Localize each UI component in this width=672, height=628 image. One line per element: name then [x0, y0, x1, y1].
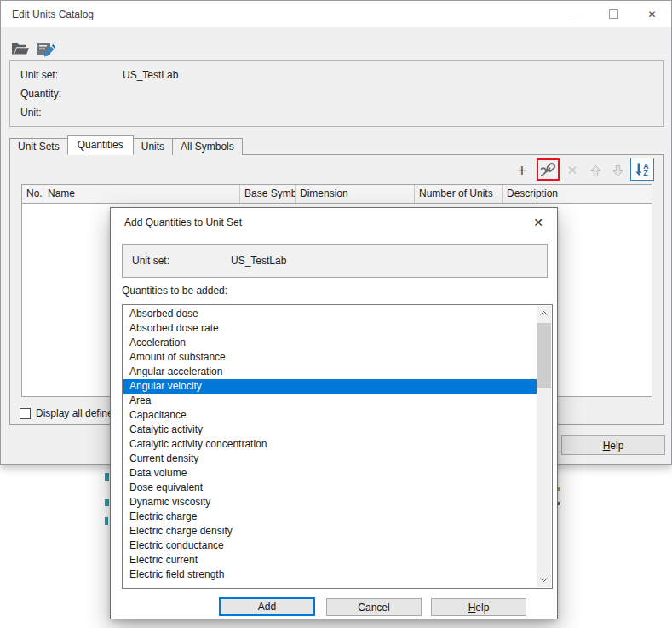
window-titlebar[interactable]: Edit Units Catalog ✕ — [1, 1, 671, 27]
tab[interactable]: All Symbols — [172, 138, 243, 155]
display-all-defined-row: Display all define — [20, 407, 113, 419]
list-item[interactable]: Catalytic activity concentration — [123, 437, 537, 452]
quantity-label: Quantity: — [20, 88, 61, 101]
plus-icon: + — [517, 162, 527, 179]
list-item[interactable]: Electric field strength — [123, 568, 537, 582]
cancel-button[interactable]: Cancel — [326, 598, 422, 616]
tab[interactable]: Quantities — [67, 135, 134, 155]
move-down-button[interactable] — [609, 161, 626, 180]
table-column-header[interactable]: Dimension — [296, 185, 415, 203]
list-item[interactable]: Electric charge — [123, 510, 537, 524]
delete-icon: ✕ — [567, 163, 578, 178]
table-column-header[interactable]: Number of Units — [415, 185, 503, 203]
quantities-listbox: Absorbed doseAbsorbed dose rateAccelerat… — [122, 304, 553, 589]
sort-arrow-icon — [635, 163, 642, 176]
table-header: No.NameBase SymbolDimensionNumber of Uni… — [22, 185, 652, 204]
checkbox-label: Display all define — [36, 407, 113, 419]
add-quantities-link-button[interactable] — [541, 163, 555, 177]
list-item[interactable]: Angular velocity — [123, 379, 537, 394]
scroll-up-button[interactable] — [537, 306, 551, 320]
move-up-button[interactable] — [587, 161, 604, 180]
table-column-header[interactable]: Description — [503, 185, 652, 203]
list-item[interactable]: Angular acceleration — [123, 365, 537, 379]
sort-letters: A Z — [643, 163, 649, 176]
add-button[interactable]: Add — [219, 597, 315, 616]
list-item[interactable]: Amount of substance — [123, 350, 537, 365]
list-item[interactable]: Data volume — [123, 466, 537, 481]
table-column-header[interactable]: No. — [22, 185, 43, 203]
delete-quantity-button[interactable]: ✕ — [563, 161, 582, 180]
maximize-icon — [609, 9, 618, 19]
list-item[interactable]: Absorbed dose — [123, 307, 537, 321]
window-controls: ✕ — [556, 1, 671, 27]
table-column-header[interactable]: Name — [43, 185, 240, 203]
dialog-close-button[interactable]: ✕ — [523, 208, 554, 236]
table-column-header[interactable]: Base Symbol — [240, 185, 296, 203]
tab[interactable]: Units — [133, 138, 173, 155]
annotation-highlight-box — [537, 158, 560, 181]
background-artifact — [105, 499, 109, 506]
list-item[interactable]: Electric charge density — [123, 524, 537, 539]
chevron-down-icon — [540, 578, 548, 582]
background-artifact — [105, 517, 108, 525]
arrow-up-icon — [590, 164, 601, 177]
dialog-titlebar[interactable]: Add Quantities to Unit Set — [111, 208, 557, 236]
catalog-tabs: Unit SetsQuantitiesUnitsAll Symbols — [9, 135, 242, 155]
close-icon: ✕ — [533, 216, 543, 229]
scrollbar-thumb[interactable] — [537, 323, 551, 388]
scroll-down-button[interactable] — [537, 573, 551, 587]
list-item[interactable]: Catalytic activity — [123, 423, 537, 437]
link-icon — [541, 163, 555, 177]
open-catalog-button[interactable] — [10, 39, 31, 58]
minimize-button[interactable] — [556, 1, 594, 27]
chevron-up-icon — [540, 311, 548, 315]
unit-label: Unit: — [20, 107, 42, 119]
list-item[interactable]: Electric conductance — [123, 539, 537, 553]
list-item[interactable]: Absorbed dose rate — [123, 321, 537, 336]
tab[interactable]: Unit Sets — [9, 138, 68, 155]
add-quantities-dialog: Add Quantities to Unit Set ✕ Unit set: U… — [110, 207, 558, 619]
close-button[interactable]: ✕ — [633, 1, 671, 27]
list-item[interactable]: Dose equivalent — [123, 481, 537, 495]
dialog-unit-set-label: Unit set: — [132, 255, 169, 267]
list-item[interactable]: Capacitance — [123, 408, 537, 423]
quantities-list-label: Quantities to be added: — [122, 285, 227, 297]
help-button-dialog[interactable]: Help — [431, 598, 526, 616]
dialog-title: Add Quantities to Unit Set — [124, 216, 242, 228]
dialog-unit-set-value: US_TestLab — [231, 255, 286, 267]
quantities-list: Absorbed doseAbsorbed dose rateAccelerat… — [123, 307, 537, 587]
dialog-unit-set-box: Unit set: US_TestLab — [122, 244, 548, 278]
add-quantity-button[interactable]: + — [512, 161, 532, 180]
close-icon: ✕ — [647, 9, 656, 20]
list-scrollbar[interactable] — [537, 306, 551, 587]
edit-unit-set-button[interactable] — [36, 39, 56, 58]
unit-set-value: US_TestLab — [123, 69, 178, 82]
sort-alphabetical-toggle[interactable]: A Z — [630, 158, 654, 181]
window-title: Edit Units Catalog — [12, 9, 94, 20]
display-all-defined-checkbox[interactable] — [20, 408, 31, 419]
minimize-icon — [571, 14, 580, 14]
edit-unit-set-icon — [37, 41, 55, 57]
list-item[interactable]: Acceleration — [123, 336, 537, 350]
maximize-button[interactable] — [594, 1, 633, 27]
list-item[interactable]: Current density — [123, 452, 537, 466]
list-item[interactable]: Electric current — [123, 553, 537, 568]
catalog-info-box: Unit set: US_TestLab Quantity: Unit: — [9, 60, 664, 127]
unit-set-label: Unit set: — [20, 69, 58, 82]
background-artifact — [105, 473, 109, 481]
arrow-down-icon — [612, 164, 623, 177]
list-item[interactable]: Dynamic viscosity — [123, 495, 537, 510]
screen: Edit Units Catalog ✕ — [0, 0, 672, 628]
list-item[interactable]: Area — [123, 394, 537, 408]
folder-open-icon — [11, 41, 30, 56]
help-button-main[interactable]: Help — [561, 435, 665, 455]
